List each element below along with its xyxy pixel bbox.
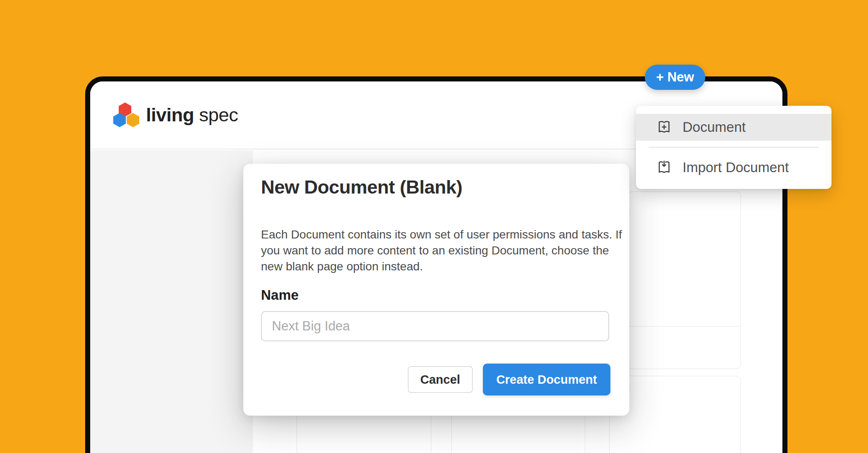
hexagon-logo-icon [113, 102, 139, 128]
menu-item-import-document[interactable]: Import Document [636, 154, 832, 181]
brand-word-light: spec [199, 104, 238, 126]
new-document-modal: New Document (Blank) Each Document conta… [243, 164, 629, 416]
brand-wordmark: livingspec [146, 104, 238, 126]
new-button[interactable]: + New [645, 65, 705, 90]
background-card [627, 191, 741, 369]
brand-word-bold: living [146, 104, 194, 126]
book-plus-icon [657, 120, 672, 135]
create-document-button[interactable]: Create Document [483, 364, 610, 395]
modal-description: Each Document contains its own set of us… [261, 227, 625, 275]
card-footer-divider [627, 326, 741, 327]
cancel-button[interactable]: Cancel [408, 366, 473, 393]
menu-item-label: Import Document [683, 160, 789, 175]
modal-title: New Document (Blank) [261, 176, 462, 198]
name-input[interactable] [261, 311, 609, 341]
book-download-icon [657, 160, 672, 175]
brand-logo: livingspec [113, 102, 238, 128]
modal-button-row: Cancel Create Document [408, 364, 610, 395]
orange-background: { "brand": { "word_bold": "living", "wor… [0, 0, 868, 453]
sidebar [90, 150, 253, 453]
menu-item-label: Document [683, 119, 745, 135]
name-label: Name [261, 287, 299, 303]
menu-item-document[interactable]: Document [636, 114, 832, 141]
new-dropdown-menu: Document Import Document [636, 106, 832, 189]
menu-divider [649, 147, 819, 148]
